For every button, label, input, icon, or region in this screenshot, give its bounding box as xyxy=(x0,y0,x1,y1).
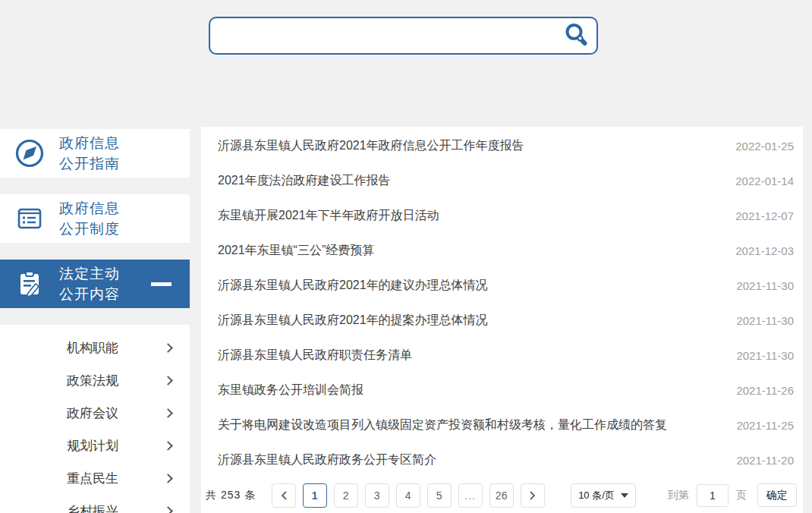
prev-page-button[interactable] xyxy=(272,483,296,508)
list-item[interactable]: 沂源县东里镇人民政府2021年的建议办理总体情况 2021-11-30 xyxy=(201,268,803,303)
chevron-right-icon xyxy=(163,343,173,353)
page-size-label: 10 条/页 xyxy=(578,489,615,502)
caret-down-icon xyxy=(621,493,628,498)
page-number-button[interactable]: 5 xyxy=(427,483,452,508)
search-icon xyxy=(563,22,589,50)
article-date: 2021-11-30 xyxy=(736,349,794,362)
article-title[interactable]: 沂源县东里镇人民政府政务公开专区简介 xyxy=(218,452,436,468)
chevron-right-icon xyxy=(163,474,173,483)
article-title[interactable]: 沂源县东里镇人民政府2021年政府信息公开工作年度报告 xyxy=(218,138,524,154)
article-title[interactable]: 关于将电网建设改造项目列入镇级固定资产投资额和村级考核，量化工作成绩的答复 xyxy=(218,417,667,433)
sidebar-menu-item[interactable]: 政策法规 xyxy=(0,364,190,397)
sidebar-item-label: 政府信息 公开指南 xyxy=(59,133,120,174)
sidebar-menu-item-label: 乡村振兴 xyxy=(67,502,118,513)
sidebar-menu: 机构职能 政策法规 政府会议 规划计划 xyxy=(0,325,190,513)
sidebar-item-disclosure-system[interactable]: 政府信息 公开制度 xyxy=(0,194,190,243)
sidebar-item-label: 法定主动 公开内容 xyxy=(59,263,120,304)
sidebar-menu-item-label: 政府会议 xyxy=(67,404,118,422)
sidebar-item-statutory-disclosure[interactable]: 法定主动 公开内容 xyxy=(0,260,190,308)
sidebar-menu-item[interactable]: 政府会议 xyxy=(0,397,190,430)
list-item[interactable]: 沂源县东里镇人民政府职责任务清单 2021-11-30 xyxy=(201,338,803,373)
clipboard-pencil-icon xyxy=(14,268,46,300)
page-size-select[interactable]: 10 条/页 xyxy=(571,483,636,508)
search-input[interactable] xyxy=(210,18,555,53)
list-item[interactable]: 沂源县东里镇人民政府政务公开专区简介 2021-11-20 xyxy=(201,442,803,477)
sidebar: 政府信息 公开指南 政府信息 公开制度 xyxy=(0,129,190,513)
list-item[interactable]: 关于将电网建设改造项目列入镇级固定资产投资额和村级考核，量化工作成绩的答复 20… xyxy=(201,408,803,442)
minus-collapse-icon[interactable] xyxy=(151,282,172,286)
article-date: 2021-12-03 xyxy=(735,244,794,257)
article-title[interactable]: 沂源县东里镇人民政府职责任务清单 xyxy=(218,348,412,364)
page-number-button[interactable]: 26 xyxy=(489,483,514,508)
page-number-button[interactable]: 2 xyxy=(334,483,358,508)
page: 政府信息 公开指南 政府信息 公开制度 xyxy=(0,0,812,513)
article-title[interactable]: 沂源县东里镇人民政府2021年的建议办理总体情况 xyxy=(218,278,488,294)
pagination-total: 共 253 条 xyxy=(206,489,256,502)
sidebar-menu-item[interactable]: 乡村振兴 xyxy=(0,495,190,513)
search-button[interactable] xyxy=(555,18,596,53)
sidebar-menu-item-label: 政策法规 xyxy=(67,372,118,389)
sidebar-menu-item-label: 重点民生 xyxy=(67,470,118,487)
search-bar xyxy=(209,17,598,55)
article-title[interactable]: 东里镇开展2021年下半年政府开放日活动 xyxy=(218,208,439,224)
sidebar-menu-item[interactable]: 规划计划 xyxy=(0,430,190,462)
sidebar-menu-item-label: 机构职能 xyxy=(67,339,118,357)
sidebar-menu-item-label: 规划计划 xyxy=(67,437,118,455)
sidebar-menu-item[interactable]: 机构职能 xyxy=(0,332,190,364)
article-date: 2022-01-14 xyxy=(735,175,794,187)
page-number-button[interactable]: 3 xyxy=(365,483,389,508)
list-item[interactable]: 沂源县东里镇人民政府2021年政府信息公开工作年度报告 2022-01-25 xyxy=(201,128,803,163)
article-title[interactable]: 2021年东里镇“三公”经费预算 xyxy=(218,243,374,259)
next-page-button[interactable] xyxy=(521,483,545,508)
list-item[interactable]: 沂源县东里镇人民政府2021年的提案办理总体情况 2021-11-30 xyxy=(201,303,803,338)
article-list: 沂源县东里镇人民政府2021年政府信息公开工作年度报告 2022-01-25 2… xyxy=(201,128,803,477)
pagination-bar: 共 253 条 1 2 3 4 5 ... 26 xyxy=(201,477,803,513)
chevron-right-icon xyxy=(163,441,173,451)
article-list-panel: 沂源县东里镇人民政府2021年政府信息公开工作年度报告 2022-01-25 2… xyxy=(201,127,803,513)
list-item[interactable]: 东里镇开展2021年下半年政府开放日活动 2021-12-07 xyxy=(201,198,803,233)
article-date: 2022-01-25 xyxy=(735,140,794,153)
page-number-button[interactable]: ... xyxy=(458,483,483,508)
compass-icon xyxy=(14,137,46,169)
jump-page-input[interactable] xyxy=(697,484,729,507)
chevron-right-icon xyxy=(529,491,537,500)
article-date: 2021-11-20 xyxy=(736,454,794,467)
article-date: 2021-11-26 xyxy=(736,384,794,397)
document-list-icon xyxy=(14,203,46,234)
article-date: 2021-11-25 xyxy=(736,419,794,432)
page-number-button[interactable]: 4 xyxy=(396,483,420,508)
article-title[interactable]: 东里镇政务公开培训会简报 xyxy=(218,382,364,398)
sidebar-item-disclosure-guide[interactable]: 政府信息 公开指南 xyxy=(0,129,190,178)
chevron-left-icon xyxy=(280,491,288,500)
article-date: 2021-11-30 xyxy=(736,279,794,292)
article-title[interactable]: 2021年度法治政府建设工作报告 xyxy=(218,173,391,189)
list-item[interactable]: 2021年东里镇“三公”经费预算 2021-12-03 xyxy=(201,233,803,268)
list-item[interactable]: 东里镇政务公开培训会简报 2021-11-26 xyxy=(201,373,803,408)
confirm-button[interactable]: 确定 xyxy=(757,483,797,507)
article-date: 2021-12-07 xyxy=(735,209,794,222)
chevron-right-icon xyxy=(163,376,173,386)
article-date: 2021-11-30 xyxy=(736,314,794,327)
chevron-right-icon xyxy=(163,408,173,418)
chevron-right-icon xyxy=(163,506,173,513)
jump-prefix-label: 到第 xyxy=(668,489,689,502)
jump-suffix-label: 页 xyxy=(736,489,747,502)
page-number-button[interactable]: 1 xyxy=(303,483,327,508)
sidebar-item-label: 政府信息 公开制度 xyxy=(59,198,120,239)
sidebar-menu-item[interactable]: 重点民生 xyxy=(0,462,190,495)
list-item[interactable]: 2021年度法治政府建设工作报告 2022-01-14 xyxy=(201,163,803,198)
article-title[interactable]: 沂源县东里镇人民政府2021年的提案办理总体情况 xyxy=(218,313,488,329)
